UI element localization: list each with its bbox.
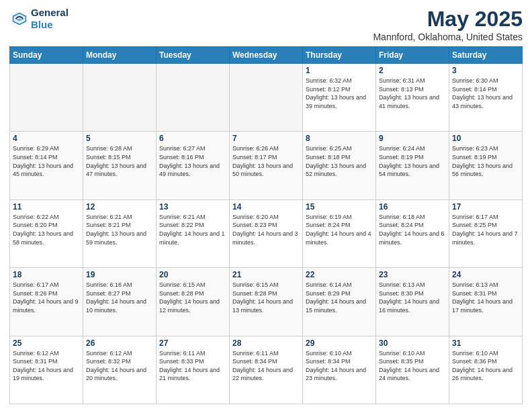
day-info: Sunrise: 6:13 AMSunset: 8:30 PMDaylight:… xyxy=(379,281,446,314)
day-number: 9 xyxy=(379,134,446,143)
day-number: 7 xyxy=(232,134,300,143)
day-number: 28 xyxy=(232,338,300,348)
day-number: 12 xyxy=(86,202,153,212)
day-info: Sunrise: 6:25 AMSunset: 8:18 PMDaylight:… xyxy=(306,144,373,178)
day-info: Sunrise: 6:15 AMSunset: 8:28 PMDaylight:… xyxy=(232,281,300,314)
day-number: 16 xyxy=(379,202,446,212)
day-number: 20 xyxy=(159,270,226,279)
day-info: Sunrise: 6:18 AMSunset: 8:24 PMDaylight:… xyxy=(379,213,446,246)
day-number: 22 xyxy=(306,270,373,279)
calendar-cell: 15Sunrise: 6:19 AMSunset: 8:24 PMDayligh… xyxy=(303,199,376,267)
day-number: 4 xyxy=(13,134,80,143)
calendar-cell: 9Sunrise: 6:24 AMSunset: 8:19 PMDaylight… xyxy=(376,132,449,199)
day-info: Sunrise: 6:21 AMSunset: 8:21 PMDaylight:… xyxy=(86,213,153,246)
logo-text: General Blue xyxy=(31,7,69,31)
weekday-header-thursday: Thursday xyxy=(303,47,376,64)
day-info: Sunrise: 6:29 AMSunset: 8:14 PMDaylight:… xyxy=(13,144,80,178)
calendar-cell: 11Sunrise: 6:22 AMSunset: 8:20 PMDayligh… xyxy=(10,199,83,267)
day-info: Sunrise: 6:12 AMSunset: 8:32 PMDaylight:… xyxy=(86,349,153,383)
calendar-body: 1Sunrise: 6:32 AMSunset: 8:12 PMDaylight… xyxy=(10,64,523,404)
day-number: 11 xyxy=(13,202,80,212)
day-info: Sunrise: 6:31 AMSunset: 8:13 PMDaylight:… xyxy=(379,77,446,110)
day-number: 14 xyxy=(232,202,300,212)
title-area: May 2025 Mannford, Oklahoma, United Stat… xyxy=(373,7,523,42)
calendar-week-1: 1Sunrise: 6:32 AMSunset: 8:12 PMDaylight… xyxy=(10,64,523,132)
calendar-cell: 13Sunrise: 6:21 AMSunset: 8:22 PMDayligh… xyxy=(157,199,230,267)
day-info: Sunrise: 6:11 AMSunset: 8:34 PMDaylight:… xyxy=(232,349,300,383)
calendar-cell: 27Sunrise: 6:11 AMSunset: 8:33 PMDayligh… xyxy=(157,336,230,404)
weekday-header-monday: Monday xyxy=(83,47,157,64)
day-number: 18 xyxy=(13,270,80,279)
day-number: 2 xyxy=(379,66,446,75)
day-info: Sunrise: 6:13 AMSunset: 8:31 PMDaylight:… xyxy=(452,281,519,314)
day-info: Sunrise: 6:30 AMSunset: 8:14 PMDaylight:… xyxy=(452,77,519,110)
day-number: 17 xyxy=(452,202,519,212)
day-info: Sunrise: 6:11 AMSunset: 8:33 PMDaylight:… xyxy=(159,349,226,383)
weekday-header-friday: Friday xyxy=(376,47,449,64)
day-number: 3 xyxy=(452,66,519,75)
day-number: 19 xyxy=(86,270,153,279)
calendar-cell: 18Sunrise: 6:17 AMSunset: 8:26 PMDayligh… xyxy=(10,268,83,336)
calendar-cell xyxy=(230,64,303,132)
calendar-cell xyxy=(10,64,83,132)
day-number: 31 xyxy=(452,338,519,348)
calendar-cell: 16Sunrise: 6:18 AMSunset: 8:24 PMDayligh… xyxy=(376,199,449,267)
day-info: Sunrise: 6:21 AMSunset: 8:22 PMDaylight:… xyxy=(159,213,226,246)
day-info: Sunrise: 6:12 AMSunset: 8:31 PMDaylight:… xyxy=(13,349,80,383)
logo: General Blue xyxy=(9,7,69,31)
calendar-cell: 26Sunrise: 6:12 AMSunset: 8:32 PMDayligh… xyxy=(83,336,157,404)
day-number: 1 xyxy=(306,66,373,75)
day-info: Sunrise: 6:24 AMSunset: 8:19 PMDaylight:… xyxy=(379,144,446,178)
calendar-cell: 5Sunrise: 6:28 AMSunset: 8:15 PMDaylight… xyxy=(83,132,157,199)
day-info: Sunrise: 6:22 AMSunset: 8:20 PMDaylight:… xyxy=(13,213,80,246)
calendar-cell: 30Sunrise: 6:10 AMSunset: 8:35 PMDayligh… xyxy=(376,336,449,404)
calendar-cell: 7Sunrise: 6:26 AMSunset: 8:17 PMDaylight… xyxy=(230,132,303,199)
calendar-cell: 23Sunrise: 6:13 AMSunset: 8:30 PMDayligh… xyxy=(376,268,449,336)
day-number: 23 xyxy=(379,270,446,279)
day-info: Sunrise: 6:10 AMSunset: 8:35 PMDaylight:… xyxy=(379,349,446,383)
day-number: 10 xyxy=(452,134,519,143)
location: Mannford, Oklahoma, United States xyxy=(373,32,523,42)
day-info: Sunrise: 6:26 AMSunset: 8:17 PMDaylight:… xyxy=(232,144,300,178)
calendar-cell: 28Sunrise: 6:11 AMSunset: 8:34 PMDayligh… xyxy=(230,336,303,404)
day-info: Sunrise: 6:17 AMSunset: 8:26 PMDaylight:… xyxy=(13,281,80,314)
day-number: 24 xyxy=(452,270,519,279)
day-info: Sunrise: 6:23 AMSunset: 8:19 PMDaylight:… xyxy=(452,144,519,178)
weekday-header-tuesday: Tuesday xyxy=(157,47,230,64)
month-title: May 2025 xyxy=(373,7,523,32)
weekday-header-row: SundayMondayTuesdayWednesdayThursdayFrid… xyxy=(10,47,523,64)
header: General Blue May 2025 Mannford, Oklahoma… xyxy=(9,7,523,42)
day-info: Sunrise: 6:17 AMSunset: 8:25 PMDaylight:… xyxy=(452,213,519,246)
calendar-cell: 21Sunrise: 6:15 AMSunset: 8:28 PMDayligh… xyxy=(230,268,303,336)
weekday-header-saturday: Saturday xyxy=(449,47,523,64)
calendar-cell: 6Sunrise: 6:27 AMSunset: 8:16 PMDaylight… xyxy=(157,132,230,199)
day-info: Sunrise: 6:27 AMSunset: 8:16 PMDaylight:… xyxy=(159,144,226,178)
calendar-week-2: 4Sunrise: 6:29 AMSunset: 8:14 PMDaylight… xyxy=(10,132,523,199)
weekday-header-sunday: Sunday xyxy=(10,47,83,64)
calendar-cell: 12Sunrise: 6:21 AMSunset: 8:21 PMDayligh… xyxy=(83,199,157,267)
day-info: Sunrise: 6:32 AMSunset: 8:12 PMDaylight:… xyxy=(306,77,373,110)
day-info: Sunrise: 6:14 AMSunset: 8:29 PMDaylight:… xyxy=(306,281,373,314)
calendar-cell xyxy=(83,64,157,132)
calendar-cell: 20Sunrise: 6:15 AMSunset: 8:28 PMDayligh… xyxy=(157,268,230,336)
calendar-cell: 2Sunrise: 6:31 AMSunset: 8:13 PMDaylight… xyxy=(376,64,449,132)
calendar-cell: 14Sunrise: 6:20 AMSunset: 8:23 PMDayligh… xyxy=(230,199,303,267)
calendar-cell: 25Sunrise: 6:12 AMSunset: 8:31 PMDayligh… xyxy=(10,336,83,404)
calendar-cell: 10Sunrise: 6:23 AMSunset: 8:19 PMDayligh… xyxy=(449,132,523,199)
day-number: 21 xyxy=(232,270,300,279)
day-info: Sunrise: 6:10 AMSunset: 8:36 PMDaylight:… xyxy=(452,349,519,383)
weekday-header-wednesday: Wednesday xyxy=(230,47,303,64)
day-number: 6 xyxy=(159,134,226,143)
day-info: Sunrise: 6:16 AMSunset: 8:27 PMDaylight:… xyxy=(86,281,153,314)
calendar-cell: 3Sunrise: 6:30 AMSunset: 8:14 PMDaylight… xyxy=(449,64,523,132)
day-number: 13 xyxy=(159,202,226,212)
calendar-cell: 17Sunrise: 6:17 AMSunset: 8:25 PMDayligh… xyxy=(449,199,523,267)
day-number: 29 xyxy=(306,338,373,348)
calendar-cell: 19Sunrise: 6:16 AMSunset: 8:27 PMDayligh… xyxy=(83,268,157,336)
calendar-week-5: 25Sunrise: 6:12 AMSunset: 8:31 PMDayligh… xyxy=(10,336,523,404)
day-info: Sunrise: 6:28 AMSunset: 8:15 PMDaylight:… xyxy=(86,144,153,178)
day-number: 27 xyxy=(159,338,226,348)
page: General Blue May 2025 Mannford, Oklahoma… xyxy=(0,0,532,411)
day-number: 25 xyxy=(13,338,80,348)
day-number: 5 xyxy=(86,134,153,143)
